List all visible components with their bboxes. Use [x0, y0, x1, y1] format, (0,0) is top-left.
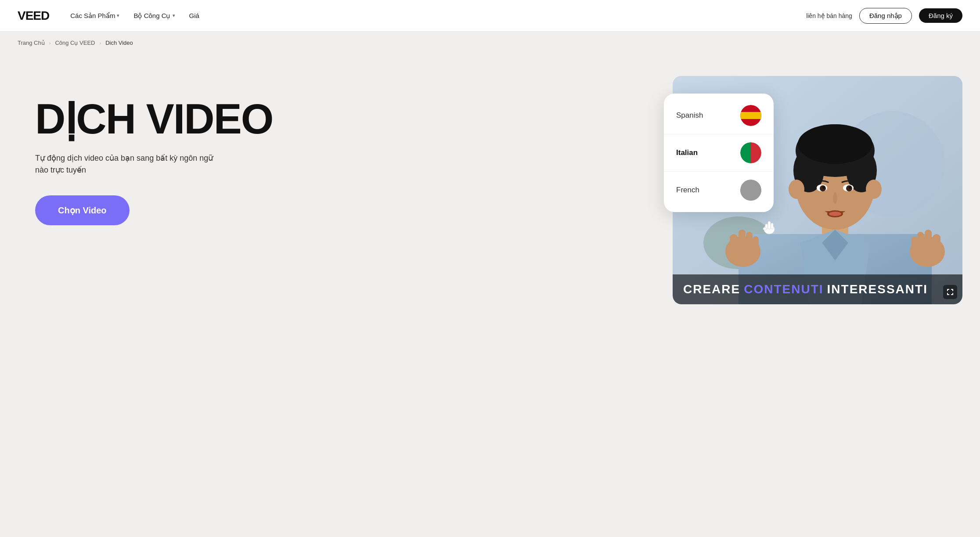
svg-rect-34: [753, 236, 759, 256]
lang-name-spanish: Spanish: [676, 111, 703, 120]
breadcrumb-sep-1: ›: [49, 40, 51, 46]
svg-rect-37: [925, 230, 932, 254]
svg-rect-33: [746, 232, 753, 254]
svg-rect-32: [739, 230, 746, 254]
lang-item-spanish[interactable]: Spanish: [664, 97, 774, 134]
nav-links: Các Sản Phẩm ▾ Bộ Công Cụ ▾ Giá: [70, 12, 199, 20]
breadcrumb-tools[interactable]: Công Cụ VEED: [55, 40, 95, 46]
subtitle-part1: CREARE: [683, 282, 740, 296]
subtitle-part3: INTERESSANTI: [827, 282, 928, 296]
choose-video-button[interactable]: Chọn Video: [35, 195, 130, 225]
svg-rect-36: [933, 234, 940, 256]
signup-button[interactable]: Đăng ký: [919, 8, 962, 23]
main-content: DỊCH VIDEO Tự động dịch video của bạn sa…: [0, 54, 980, 534]
navbar-right: liên hệ bán hàng Đăng nhập Đăng ký: [806, 8, 962, 24]
logo[interactable]: VEED: [18, 9, 49, 23]
login-button[interactable]: Đăng nhập: [859, 8, 912, 24]
chevron-down-icon: ▾: [117, 13, 119, 18]
video-subtitle-bar: CREARE CONTENUTI INTERESSANTI: [673, 274, 962, 304]
flag-italian: [740, 142, 761, 163]
chevron-down-icon: ▾: [173, 13, 175, 18]
cursor-icon: [760, 217, 779, 236]
nav-tools[interactable]: Bộ Công Cụ ▾: [133, 12, 175, 20]
navbar: VEED Các Sản Phẩm ▾ Bộ Công Cụ ▾ Giá liê…: [0, 0, 980, 32]
lang-name-italian: Italian: [676, 148, 698, 157]
hero-subtitle: Tự động dịch video của bạn sang bất kỳ n…: [35, 152, 220, 176]
breadcrumb-sep-2: ›: [99, 40, 101, 46]
svg-rect-6: [771, 223, 773, 229]
svg-rect-31: [730, 234, 738, 256]
svg-point-8: [763, 227, 767, 230]
svg-point-19: [798, 124, 872, 164]
navbar-left: VEED Các Sản Phẩm ▾ Bộ Công Cụ ▾ Giá: [18, 9, 199, 23]
breadcrumb-current: Dich Video: [105, 40, 133, 46]
subtitle-part2: CONTENUTI: [744, 282, 823, 296]
svg-point-24: [822, 186, 825, 189]
svg-point-25: [849, 186, 851, 189]
svg-point-28: [789, 180, 804, 199]
lang-name-french: French: [676, 186, 699, 195]
nav-products[interactable]: Các Sản Phẩm ▾: [70, 12, 119, 20]
hero-right: Spanish Italian: [664, 76, 962, 304]
svg-rect-39: [912, 236, 918, 256]
flag-spanish: [740, 105, 761, 126]
svg-point-27: [829, 212, 841, 216]
language-selector-card: Spanish Italian: [664, 94, 774, 212]
breadcrumb: Trang Chủ › Công Cụ VEED › Dich Video: [0, 32, 980, 54]
lang-item-italian[interactable]: Italian: [664, 134, 774, 172]
lang-item-french[interactable]: French: [664, 172, 774, 209]
flag-french: [740, 180, 761, 201]
nav-pricing[interactable]: Giá: [189, 12, 199, 19]
svg-rect-1: [740, 112, 761, 119]
svg-point-29: [866, 180, 882, 199]
hero-title: DỊCH VIDEO: [35, 98, 281, 140]
breadcrumb-home[interactable]: Trang Chủ: [18, 40, 45, 46]
nav-contact-sales[interactable]: liên hệ bán hàng: [806, 12, 852, 19]
svg-rect-5: [768, 221, 771, 229]
hero-left: DỊCH VIDEO Tự động dịch video của bạn sa…: [35, 72, 281, 225]
svg-rect-38: [917, 232, 924, 254]
expand-icon[interactable]: [943, 285, 957, 299]
